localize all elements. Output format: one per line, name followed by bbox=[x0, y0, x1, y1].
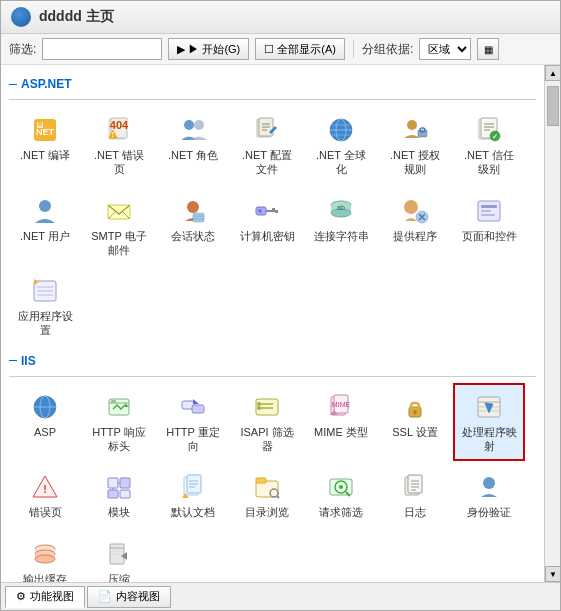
aspnet-smtp-icon bbox=[103, 195, 135, 227]
scroll-down-button[interactable]: ▼ bbox=[545, 566, 560, 582]
iis-dirbrowse-label: 目录浏览 bbox=[245, 505, 289, 519]
scrollbar-thumb[interactable] bbox=[547, 86, 559, 126]
iis-dirbrowse-item[interactable]: 目录浏览 bbox=[231, 463, 303, 527]
iis-compress-item[interactable]: 压缩 bbox=[83, 530, 155, 582]
aspnet-user-label: .NET 用户 bbox=[20, 229, 70, 243]
aspnet-authz-item[interactable]: .NET 授权规则 bbox=[379, 106, 451, 185]
iis-asp-item[interactable]: ASP bbox=[9, 383, 81, 462]
aspnet-machinekey-item[interactable]: 计算机密钥 bbox=[231, 187, 303, 266]
aspnet-connstr-label: 连接字符串 bbox=[314, 229, 369, 243]
iis-httpredir-icon bbox=[177, 391, 209, 423]
aspnet-smtp-item[interactable]: SMTP 电子邮件 bbox=[83, 187, 155, 266]
aspnet-session-label: 会话状态 bbox=[171, 229, 215, 243]
function-view-tab[interactable]: ⚙ 功能视图 bbox=[5, 586, 85, 608]
svg-rect-106 bbox=[256, 478, 266, 483]
svg-rect-83 bbox=[411, 403, 419, 409]
aspnet-config-item[interactable]: .NET 配置文件 bbox=[231, 106, 303, 185]
iis-ssl-item[interactable]: SSL 设置 bbox=[379, 383, 451, 462]
aspnet-global-label: .NET 全球化 bbox=[311, 148, 371, 177]
aspnet-connstr-item[interactable]: ab 连接字符串 bbox=[305, 187, 377, 266]
svg-text:NET: NET bbox=[36, 127, 55, 137]
svg-text:✓: ✓ bbox=[492, 133, 498, 140]
iis-isapi-item[interactable]: ISAPI 筛选器 bbox=[231, 383, 303, 462]
aspnet-machinekey-icon bbox=[251, 195, 283, 227]
show-all-button[interactable]: ☐ 全部显示(A) bbox=[255, 38, 345, 60]
svg-point-76 bbox=[257, 402, 261, 406]
bottom-bar: ⚙ 功能视图 📄 内容视图 bbox=[1, 582, 560, 610]
aspnet-user-item[interactable]: .NET 用户 bbox=[9, 187, 81, 266]
aspnet-appset-item[interactable]: 应用程序设置 bbox=[9, 267, 81, 346]
svg-rect-57 bbox=[481, 214, 495, 216]
svg-rect-95 bbox=[108, 490, 118, 498]
iis-handler-label: 处理程序映射 bbox=[459, 425, 519, 454]
aspnet-section-label: ASP.NET bbox=[9, 77, 536, 93]
group-select[interactable]: 区域 bbox=[419, 38, 471, 60]
iis-log-icon bbox=[399, 471, 431, 503]
aspnet-pagecontrol-item[interactable]: 页面和控件 bbox=[453, 187, 525, 266]
iis-module-item[interactable]: 模块 bbox=[83, 463, 155, 527]
iis-httpresp-item[interactable]: HTTP 响应标头 bbox=[83, 383, 155, 462]
svg-point-23 bbox=[407, 120, 417, 130]
aspnet-global-item[interactable]: .NET 全球化 bbox=[305, 106, 377, 185]
iis-httpresp-label: HTTP 响应标头 bbox=[89, 425, 149, 454]
aspnet-connstr-icon: ab bbox=[325, 195, 357, 227]
function-view-icon: ⚙ bbox=[16, 590, 26, 603]
aspnet-appset-label: 应用程序设置 bbox=[15, 309, 75, 338]
iis-httpredir-label: HTTP 重定向 bbox=[163, 425, 223, 454]
content-area: ASP.NET NET .NET 编译 bbox=[1, 65, 544, 582]
function-view-label: 功能视图 bbox=[30, 589, 74, 604]
iis-ssl-icon bbox=[399, 391, 431, 423]
filter-input[interactable] bbox=[42, 38, 162, 60]
scrollbar-track[interactable] bbox=[545, 81, 560, 566]
iis-mime-icon: MIME bbox=[325, 391, 357, 423]
iis-mime-item[interactable]: MIME MIME 类型 bbox=[305, 383, 377, 462]
aspnet-provider-item[interactable]: 提供程序 bbox=[379, 187, 451, 266]
globe-icon bbox=[11, 7, 31, 27]
aspnet-trust-item[interactable]: ✓ .NET 信任级别 bbox=[453, 106, 525, 185]
aspnet-config-label: .NET 配置文件 bbox=[237, 148, 297, 177]
aspnet-appset-icon bbox=[29, 275, 61, 307]
svg-point-111 bbox=[339, 485, 343, 489]
iis-divider bbox=[9, 376, 536, 377]
aspnet-divider bbox=[9, 99, 536, 100]
aspnet-provider-icon bbox=[399, 195, 431, 227]
scroll-up-button[interactable]: ▲ bbox=[545, 65, 560, 81]
iis-module-icon bbox=[103, 471, 135, 503]
iis-module-label: 模块 bbox=[108, 505, 130, 519]
aspnet-provider-label: 提供程序 bbox=[393, 229, 437, 243]
aspnet-error-item[interactable]: 404 ! .NET 错误页 bbox=[83, 106, 155, 185]
aspnet-smtp-label: SMTP 电子邮件 bbox=[89, 229, 149, 258]
svg-text:!: ! bbox=[43, 483, 47, 495]
iis-reqfilter-label: 请求筛选 bbox=[319, 505, 363, 519]
scrollbar: ▲ ▼ bbox=[544, 65, 560, 582]
start-button[interactable]: ▶ ▶ 开始(G) bbox=[168, 38, 249, 60]
svg-rect-56 bbox=[481, 210, 491, 212]
svg-text:MIME: MIME bbox=[332, 401, 351, 408]
iis-log-item[interactable]: 日志 bbox=[379, 463, 451, 527]
svg-rect-68 bbox=[111, 400, 116, 403]
show-all-label: ☐ 全部显示(A) bbox=[264, 42, 336, 57]
iis-httpredir-item[interactable]: HTTP 重定向 bbox=[157, 383, 229, 462]
iis-authverify-icon bbox=[473, 471, 505, 503]
iis-default-item[interactable]: 默认文档 bbox=[157, 463, 229, 527]
iis-reqfilter-item[interactable]: 请求筛选 bbox=[305, 463, 377, 527]
iis-errorpage-item[interactable]: ! 错误页 bbox=[9, 463, 81, 527]
grid-view-button[interactable]: ▦ bbox=[477, 38, 499, 60]
title-bar: ddddd 主页 bbox=[1, 1, 560, 34]
aspnet-compile-item[interactable]: NET .NET 编译 bbox=[9, 106, 81, 185]
aspnet-session-item[interactable]: 会话状态 bbox=[157, 187, 229, 266]
start-label: ▶ 开始(G) bbox=[188, 42, 240, 57]
content-view-tab[interactable]: 📄 内容视图 bbox=[87, 586, 171, 608]
svg-text:404: 404 bbox=[110, 119, 129, 131]
iis-log-label: 日志 bbox=[404, 505, 426, 519]
aspnet-role-item[interactable]: .NET 角色 bbox=[157, 106, 229, 185]
iis-outputcache-item[interactable]: 输出缓存 bbox=[9, 530, 81, 582]
main-window: ddddd 主页 筛选: ▶ ▶ 开始(G) ☐ 全部显示(A) 分组依据: 区… bbox=[0, 0, 561, 611]
aspnet-trust-icon: ✓ bbox=[473, 114, 505, 146]
iis-isapi-icon bbox=[251, 391, 283, 423]
toolbar: 筛选: ▶ ▶ 开始(G) ☐ 全部显示(A) 分组依据: 区域 ▦ bbox=[1, 34, 560, 65]
iis-reqfilter-icon bbox=[325, 471, 357, 503]
aspnet-pagecontrol-label: 页面和控件 bbox=[462, 229, 517, 243]
iis-handler-item[interactable]: 处理程序映射 bbox=[453, 383, 525, 462]
iis-authverify-item[interactable]: 身份验证 bbox=[453, 463, 525, 527]
